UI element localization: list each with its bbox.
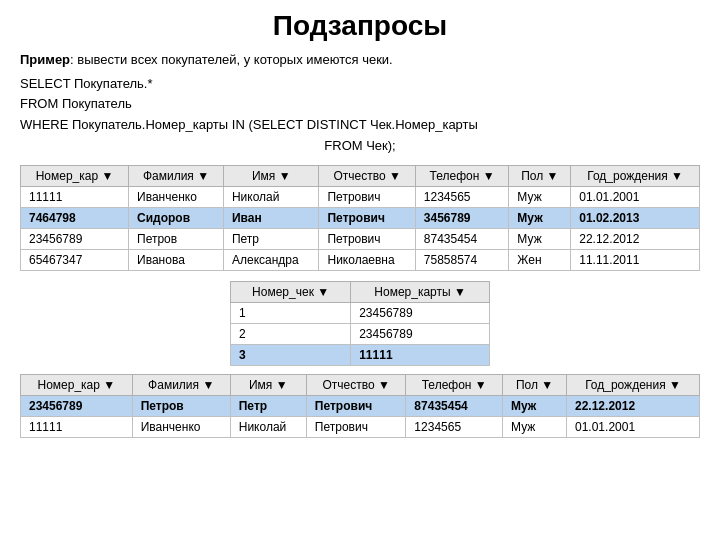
table-cell: Петр	[230, 395, 306, 416]
code-block: SELECT Покупатель.* FROM Покупатель WHER…	[20, 74, 700, 157]
table-cell: 7464798	[21, 207, 129, 228]
main-table-2-body: 23456789ПетровПетрПетрович87435454Муж22.…	[21, 395, 700, 437]
main-table-2-wrap: Номер_кар ▼Фамилия ▼Имя ▼Отчество ▼Телеф…	[20, 374, 700, 438]
table-row: 123456789	[231, 302, 490, 323]
example-text: : вывести всех покупателей, у которых им…	[70, 52, 393, 67]
main-table-1-col-header: Телефон ▼	[415, 165, 509, 186]
table-cell: 22.12.2012	[571, 228, 700, 249]
intro-example: Пример: вывести всех покупателей, у кото…	[20, 50, 700, 70]
main-table-2-col-header: Имя ▼	[230, 374, 306, 395]
table-cell: 3456789	[415, 207, 509, 228]
table-row: 11111ИванченкоНиколайПетрович1234565Муж0…	[21, 186, 700, 207]
page-title: Подзапросы	[20, 10, 700, 42]
check-table-header: Номер_чек ▼Номер_карты ▼	[231, 281, 490, 302]
table-cell: 65467347	[21, 249, 129, 270]
table-row: 23456789ПетровПетрПетрович87435454Муж22.…	[21, 395, 700, 416]
table-row: 65467347ИвановаАлександраНиколаевна75858…	[21, 249, 700, 270]
table-row: 23456789ПетровПетрПетрович87435454Муж22.…	[21, 228, 700, 249]
table-cell: Николай	[223, 186, 319, 207]
check-table-section: Номер_чек ▼Номер_карты ▼ 123456789223456…	[20, 281, 700, 366]
main-table-2-col-header: Номер_кар ▼	[21, 374, 133, 395]
check-table-body: 123456789223456789311111	[231, 302, 490, 365]
main-table-1-col-header: Год_рождения ▼	[571, 165, 700, 186]
table-cell: 1234565	[406, 416, 503, 437]
table-row: 223456789	[231, 323, 490, 344]
code-line-4: FROM Чек);	[20, 136, 700, 157]
table-row: 7464798СидоровИванПетрович3456789Муж01.0…	[21, 207, 700, 228]
main-table-1-col-header: Имя ▼	[223, 165, 319, 186]
table-cell: Петр	[223, 228, 319, 249]
table-cell: 23456789	[351, 302, 490, 323]
main-table-1-body: 11111ИванченкоНиколайПетрович1234565Муж0…	[21, 186, 700, 270]
check-table-col-header: Номер_чек ▼	[231, 281, 351, 302]
main-table-1-wrap: Номер_кар ▼Фамилия ▼Имя ▼Отчество ▼Телеф…	[20, 165, 700, 271]
table-cell: 2	[231, 323, 351, 344]
table-cell: Муж	[503, 416, 567, 437]
table-cell: Александра	[223, 249, 319, 270]
table-cell: 1234565	[415, 186, 509, 207]
table-cell: 87435454	[415, 228, 509, 249]
table-cell: Петрович	[306, 416, 406, 437]
main-table-1-col-header: Пол ▼	[509, 165, 571, 186]
table-cell: Петров	[129, 228, 224, 249]
main-table-2-header: Номер_кар ▼Фамилия ▼Имя ▼Отчество ▼Телеф…	[21, 374, 700, 395]
main-table-2-col-header: Год_рождения ▼	[567, 374, 700, 395]
table-cell: 22.12.2012	[567, 395, 700, 416]
table-cell: Жен	[509, 249, 571, 270]
table-cell: Иван	[223, 207, 319, 228]
main-table-2-col-header: Телефон ▼	[406, 374, 503, 395]
table-cell: 01.01.2001	[571, 186, 700, 207]
table-cell: 23456789	[351, 323, 490, 344]
main-table-1: Номер_кар ▼Фамилия ▼Имя ▼Отчество ▼Телеф…	[20, 165, 700, 271]
table-cell: 23456789	[21, 228, 129, 249]
main-table-1-col-header: Номер_кар ▼	[21, 165, 129, 186]
example-label: Пример	[20, 52, 70, 67]
check-table: Номер_чек ▼Номер_карты ▼ 123456789223456…	[230, 281, 490, 366]
code-line-1: SELECT Покупатель.*	[20, 74, 700, 95]
table-cell: Петрович	[306, 395, 406, 416]
table-cell: 11111	[21, 186, 129, 207]
table-cell: Петрович	[319, 207, 415, 228]
code-line-3: WHERE Покупатель.Номер_карты IN (SELECT …	[20, 115, 700, 136]
main-table-2-col-header: Отчество ▼	[306, 374, 406, 395]
table-cell: Николаевна	[319, 249, 415, 270]
table-cell: Николай	[230, 416, 306, 437]
main-table-1-header: Номер_кар ▼Фамилия ▼Имя ▼Отчество ▼Телеф…	[21, 165, 700, 186]
table-cell: Сидоров	[129, 207, 224, 228]
table-cell: Петрович	[319, 186, 415, 207]
check-table-col-header: Номер_карты ▼	[351, 281, 490, 302]
main-table-2-col-header: Фамилия ▼	[132, 374, 230, 395]
code-line-2: FROM Покупатель	[20, 94, 700, 115]
table-cell: Муж	[509, 186, 571, 207]
table-cell: 75858574	[415, 249, 509, 270]
table-cell: Муж	[503, 395, 567, 416]
table-cell: 01.02.2013	[571, 207, 700, 228]
table-cell: Муж	[509, 228, 571, 249]
table-cell: 11111	[21, 416, 133, 437]
table-cell: 1	[231, 302, 351, 323]
table-cell: Петрович	[319, 228, 415, 249]
table-cell: Петров	[132, 395, 230, 416]
table-row: 11111ИванченкоНиколайПетрович1234565Муж0…	[21, 416, 700, 437]
table-cell: Муж	[509, 207, 571, 228]
table-cell: 01.01.2001	[567, 416, 700, 437]
table-cell: Иванченко	[132, 416, 230, 437]
table-cell: 23456789	[21, 395, 133, 416]
main-table-2: Номер_кар ▼Фамилия ▼Имя ▼Отчество ▼Телеф…	[20, 374, 700, 438]
main-table-1-col-header: Фамилия ▼	[129, 165, 224, 186]
table-cell: 11111	[351, 344, 490, 365]
table-cell: 11.11.2011	[571, 249, 700, 270]
table-cell: 3	[231, 344, 351, 365]
main-table-2-col-header: Пол ▼	[503, 374, 567, 395]
table-row: 311111	[231, 344, 490, 365]
main-table-1-col-header: Отчество ▼	[319, 165, 415, 186]
table-cell: 87435454	[406, 395, 503, 416]
table-cell: Иванова	[129, 249, 224, 270]
table-cell: Иванченко	[129, 186, 224, 207]
